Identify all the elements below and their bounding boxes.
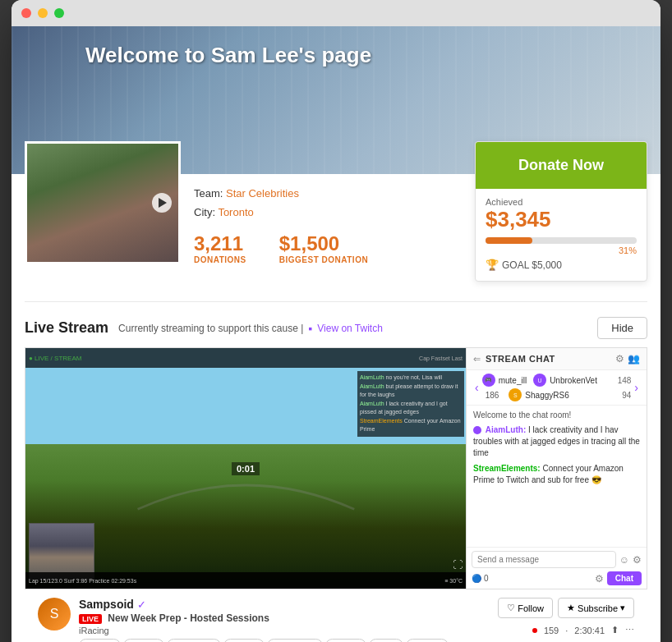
chat-emoji-icon[interactable]: ☺ bbox=[619, 554, 629, 566]
overlay-msg-2: AiamLuth but please attempt to draw it f… bbox=[360, 383, 462, 400]
streamer-name: Sampsoid bbox=[79, 598, 134, 611]
biggest-donation-amount: $1,500 bbox=[279, 232, 368, 255]
chat-badge-1 bbox=[473, 426, 481, 434]
viewer-row-1: 🎮 mute_ill U UnbrokenVet 148 bbox=[482, 374, 632, 387]
chat-viewers: ‹ 🎮 mute_ill U UnbrokenVet 148 186 bbox=[467, 370, 647, 406]
profile-info: Team: Star Celebrities City: Toronto 3,2… bbox=[194, 174, 462, 282]
chat-points-count: 0 bbox=[484, 574, 489, 583]
chat-more-icon[interactable]: 👥 bbox=[628, 353, 640, 365]
section-divider-1 bbox=[25, 301, 647, 302]
goal-row: 🏆 GOAL $5,000 bbox=[486, 259, 637, 271]
tag-race[interactable]: Race bbox=[369, 639, 403, 642]
track-svg bbox=[70, 449, 422, 521]
streamer-actions: ♡ Follow ★ Subscribe ▾ bbox=[498, 598, 634, 618]
tag-simrig[interactable]: SimRig bbox=[223, 639, 265, 642]
stream-header: Live Stream Currently streaming to suppo… bbox=[25, 317, 647, 339]
viewer-count-2: 94 bbox=[622, 391, 631, 400]
chat-message-1: AiamLuth: I lack creativity and I hav tr… bbox=[473, 424, 640, 459]
chat-back-icon[interactable]: ⇐ bbox=[473, 354, 481, 365]
chat-gift-icon[interactable]: ⚙ bbox=[633, 554, 642, 566]
donations-stat: 3,211 DONATIONS bbox=[194, 232, 246, 264]
twitch-link[interactable]: View on Twitch bbox=[317, 323, 383, 334]
play-icon bbox=[159, 198, 167, 208]
viewer-name-1: mute_ill bbox=[499, 376, 527, 385]
city-label: City: bbox=[194, 206, 215, 218]
viewer-nav-left[interactable]: ‹ bbox=[472, 381, 482, 394]
live-stream-section: Live Stream Currently streaming to suppo… bbox=[12, 309, 660, 642]
tag-simracing[interactable]: SimRacing bbox=[167, 639, 221, 642]
streamer-name-row: Sampsoid ✓ bbox=[79, 598, 498, 611]
streamer-avatar: S bbox=[38, 598, 71, 631]
progress-bar-wrapper bbox=[486, 237, 637, 244]
stream-time: 2:30:41 bbox=[574, 626, 605, 635]
streamer-category-row: iRacing bbox=[79, 626, 498, 635]
donate-now-button[interactable]: Donate Now bbox=[476, 142, 647, 189]
hide-button[interactable]: Hide bbox=[597, 317, 647, 339]
chat-input[interactable] bbox=[472, 551, 616, 568]
goal-label: GOAL $5,000 bbox=[502, 259, 562, 271]
donations-count: 3,211 bbox=[194, 232, 246, 255]
progress-percent: 31% bbox=[486, 245, 637, 255]
achieved-amount: $3,345 bbox=[486, 207, 637, 232]
heart-icon: ♡ bbox=[507, 603, 515, 613]
streamer-left: S Sampsoid ✓ LIVE New Week Prep - Hosted… bbox=[38, 598, 498, 642]
hud-stream-label: ● LIVE / STREAM bbox=[29, 355, 81, 362]
viewer-name-shaggy: ShaggyRS6 bbox=[525, 391, 568, 400]
tag-racing[interactable]: Racing bbox=[123, 639, 163, 642]
progress-bar-fill bbox=[486, 237, 532, 244]
stream-video: ● LIVE / STREAM Cap Fastset Last AiamLut… bbox=[25, 348, 466, 589]
viewer-row-2: 186 S ShaggyRS6 94 bbox=[482, 388, 632, 401]
donations-label: DONATIONS bbox=[194, 255, 246, 264]
viewer-count-mute: 186 bbox=[486, 391, 499, 400]
chat-actions: ⚙ Chat bbox=[595, 571, 642, 585]
video-stats-text: Lap 15/123.0 Surf 3:86 Practice 02:29:53… bbox=[29, 578, 136, 584]
chat-bottom-row: 🔵 0 ⚙ Chat bbox=[472, 571, 642, 585]
chat-welcome: Welcome to the chat room! bbox=[473, 410, 640, 420]
profile-area: Team: Star Celebrities City: Toronto 3,2… bbox=[12, 174, 660, 295]
chat-points: 🔵 0 bbox=[472, 574, 489, 583]
stream-header-left: Live Stream Currently streaming to suppo… bbox=[25, 319, 383, 337]
stream-subtitle: Currently streaming to support this caus… bbox=[118, 322, 383, 335]
stream-container: ● LIVE / STREAM Cap Fastset Last AiamLut… bbox=[25, 347, 647, 589]
viewer-badge-1: U bbox=[533, 374, 546, 387]
chat-user-1: AiamLuth: bbox=[486, 425, 526, 434]
twitch-icon: ▪ bbox=[308, 322, 312, 335]
viewer-avatar-2: S bbox=[509, 388, 522, 401]
share-icon[interactable]: ⬆ bbox=[611, 625, 619, 635]
chat-user-2: StreamElements: bbox=[473, 464, 541, 473]
more-icon[interactable]: ⋯ bbox=[625, 625, 634, 635]
viewer-avatar-1: 🎮 bbox=[482, 374, 495, 387]
follow-button[interactable]: ♡ Follow bbox=[498, 598, 553, 618]
main-window: Welcome to Sam Lee's page Team: Star Cel… bbox=[12, 0, 660, 642]
chat-send-button[interactable]: Chat bbox=[607, 571, 642, 585]
viewer-count-1: 148 bbox=[618, 376, 632, 385]
hero-title: Welcome to Sam Lee's page bbox=[85, 43, 371, 68]
hud-right-info: Cap Fastset Last bbox=[419, 355, 463, 361]
close-dot[interactable] bbox=[21, 8, 31, 18]
city-link[interactable]: Toronto bbox=[218, 206, 253, 218]
maximize-dot[interactable] bbox=[54, 8, 64, 18]
chat-settings-icon[interactable]: ⚙ bbox=[615, 353, 624, 365]
viewer-nav-right[interactable]: › bbox=[631, 381, 642, 394]
chat-message-2: StreamElements: Connect your Amazon Prim… bbox=[473, 463, 640, 486]
subscribe-button[interactable]: ★ Subscribe ▾ bbox=[558, 598, 634, 618]
trophy-icon: 🏆 bbox=[486, 259, 499, 271]
follow-label: Follow bbox=[518, 603, 544, 613]
chat-gear-icon[interactable]: ⚙ bbox=[595, 573, 604, 585]
overlay-msg-3: AiamLuth I lack creativity and I got pis… bbox=[360, 400, 462, 417]
minimize-dot[interactable] bbox=[38, 8, 48, 18]
tag-directdrive[interactable]: DirectDrive bbox=[267, 639, 322, 642]
live-indicator-dot bbox=[532, 628, 537, 633]
team-link[interactable]: Star Celebrities bbox=[226, 187, 299, 199]
streamer-right: ♡ Follow ★ Subscribe ▾ 159 · 2:30: bbox=[498, 598, 634, 642]
stream-subtitle-text: Currently streaming to support this caus… bbox=[118, 323, 303, 334]
expand-icon[interactable]: ⛶ bbox=[453, 559, 463, 571]
tag-iracing[interactable]: iRacing bbox=[79, 639, 121, 642]
tag-esports[interactable]: eSports bbox=[406, 639, 449, 642]
tag-english[interactable]: English bbox=[325, 639, 367, 642]
biggest-donation-label: BIGGEST DONATION bbox=[279, 255, 368, 264]
chat-header-left: ⇐ STREAM CHAT bbox=[473, 354, 555, 365]
viewers-info: 159 · 2:30:41 ⬆ ⋯ bbox=[532, 625, 634, 635]
play-button[interactable] bbox=[152, 193, 172, 213]
viewers-separator: · bbox=[565, 626, 568, 635]
